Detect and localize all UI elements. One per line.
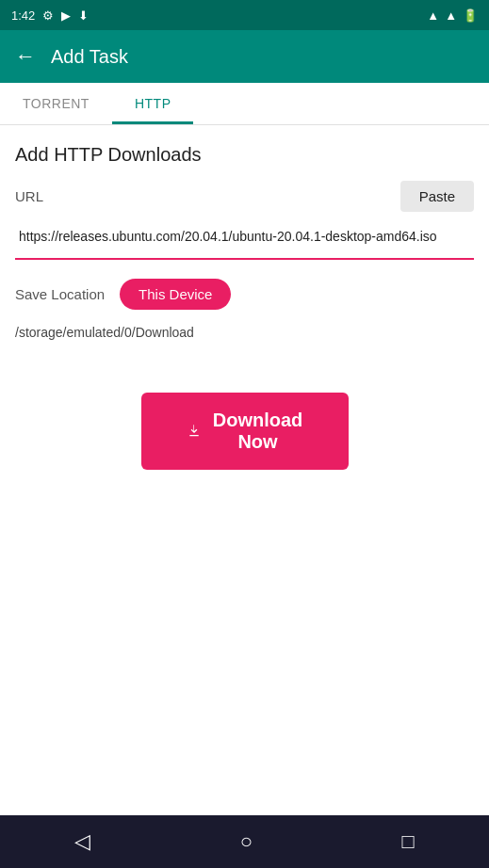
url-value: https://releases.ubuntu.com/20.04.1/ubun…	[15, 227, 474, 254]
download-icon	[187, 420, 202, 442]
content-wrapper: TORRENT HTTP Add HTTP Downloads URL Past…	[0, 83, 489, 815]
storage-path: /storage/emulated/0/Download	[0, 317, 489, 355]
status-time: 1:42	[11, 8, 35, 23]
save-location-label: Save Location	[15, 286, 105, 302]
media-icon: ▶	[61, 8, 71, 23]
section-title: Add HTTP Downloads	[15, 144, 474, 166]
url-label: URL	[15, 188, 43, 204]
home-nav-icon[interactable]: ○	[240, 829, 253, 854]
section: Add HTTP Downloads URL Paste https://rel…	[0, 125, 489, 260]
url-row: URL Paste	[15, 181, 474, 219]
tab-http[interactable]: HTTP	[112, 83, 194, 124]
status-bar: 1:42 ⚙ ▶ ⬇ ▲ ▲ 🔋	[0, 0, 489, 30]
back-nav-icon[interactable]: ◁	[74, 829, 90, 854]
download-button-wrap: Download Now	[0, 355, 489, 489]
settings-icon: ⚙	[42, 8, 54, 23]
tabs-container: TORRENT HTTP	[0, 83, 489, 125]
download-status-icon: ⬇	[78, 8, 89, 23]
save-location-row: Save Location This Device	[0, 260, 489, 317]
url-input-area[interactable]: https://releases.ubuntu.com/20.04.1/ubun…	[15, 219, 474, 260]
battery-icon: 🔋	[463, 8, 478, 23]
this-device-button[interactable]: This Device	[120, 279, 231, 310]
app-bar-title: Add Task	[51, 46, 128, 68]
app-bar: ← Add Task	[0, 30, 489, 83]
download-now-button[interactable]: Download Now	[141, 393, 349, 470]
tab-torrent[interactable]: TORRENT	[0, 83, 112, 124]
recents-nav-icon[interactable]: □	[401, 829, 414, 854]
back-icon[interactable]: ←	[15, 44, 36, 69]
bottom-nav-bar: ◁ ○ □	[0, 815, 489, 868]
signal-icon: ▲	[445, 8, 457, 23]
wifi-icon: ▲	[427, 8, 439, 23]
paste-button[interactable]: Paste	[400, 181, 474, 212]
download-button-label: Download Now	[213, 410, 303, 453]
